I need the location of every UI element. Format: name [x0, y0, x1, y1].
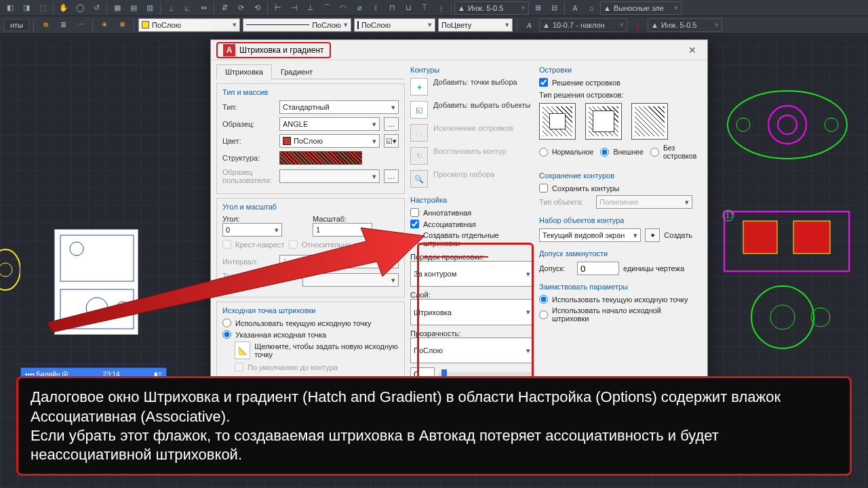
tool-icon[interactable]: ▤	[126, 1, 141, 15]
tool-icon[interactable]: ⟲	[250, 1, 264, 15]
bg-color-button[interactable]: ☑▾	[384, 134, 399, 148]
color-select[interactable]: ПоСлою▾	[279, 134, 380, 148]
island-ignore-radio[interactable]	[650, 148, 659, 157]
tool-icon[interactable]: ▥	[142, 1, 157, 15]
tool-icon[interactable]: ◧	[3, 1, 18, 15]
angle-select[interactable]: 0▾	[222, 223, 282, 237]
svg-point-4	[825, 118, 838, 131]
pan-icon[interactable]: ✋	[56, 1, 71, 15]
dimstyle-icon[interactable]: ⟊	[630, 18, 645, 32]
pattern-browse-button[interactable]: …	[384, 117, 399, 131]
origin-spec-radio[interactable]	[222, 330, 231, 339]
boundaries-title: Контуры	[410, 66, 534, 74]
add-select-objects-button[interactable]: ◱	[410, 101, 428, 119]
retain-boundaries-checkbox[interactable]	[539, 184, 548, 192]
tool-icon[interactable]: ⊞	[530, 1, 545, 15]
layer-icon[interactable]: ☀	[97, 18, 112, 32]
layer-icon[interactable]: ❄	[115, 18, 130, 32]
combo-value: Выносные эле	[614, 4, 664, 12]
dim-icon[interactable]: ⟊	[433, 1, 448, 15]
tool-icon[interactable]: ◯	[73, 1, 87, 15]
type-pattern-group: Тип и массив Тип: Стандартный▾ Образец: …	[216, 83, 405, 194]
pattern-select[interactable]: ANGLE▾	[279, 117, 380, 131]
island-style-group	[539, 103, 692, 140]
dim-icon[interactable]: ⊔	[401, 1, 416, 15]
boundary-set-select[interactable]: Текущий видовой экран▾	[539, 228, 641, 242]
dim-icon[interactable]: ◠	[336, 1, 351, 15]
dimstyle2-combo[interactable]: ▲ Инж. 5-0.5▾	[648, 18, 722, 32]
tool-icon[interactable]: ⟳	[233, 1, 248, 15]
dim-icon[interactable]: ⟟	[368, 1, 383, 15]
textstyle-combo[interactable]: ▲ 10-0.7 - наклон▾	[539, 18, 627, 32]
tool-icon[interactable]: ↺	[89, 1, 104, 15]
inherit-current-radio[interactable]	[539, 295, 548, 304]
gap-tolerance-input[interactable]	[577, 262, 619, 275]
textstyle-icon[interactable]: A	[521, 18, 536, 32]
tool-icon[interactable]: ⟀	[180, 1, 195, 15]
tool-icon[interactable]: ⌂	[584, 1, 599, 15]
svg-point-0	[728, 91, 847, 159]
svg-point-3	[736, 118, 750, 131]
swatch-preview[interactable]	[279, 151, 362, 165]
tool-icon[interactable]: ◨	[19, 1, 34, 15]
linetype-combo[interactable]: ПоСлою▾	[243, 18, 351, 32]
tool-icon[interactable]: ▦	[110, 1, 125, 15]
island-outer-preview[interactable]	[585, 103, 622, 140]
layer-icon[interactable]: ⋯	[73, 18, 88, 32]
island-normal-preview[interactable]	[539, 103, 576, 140]
inherit-source-radio[interactable]	[539, 310, 548, 319]
dim-icon[interactable]: ⊓	[384, 1, 399, 15]
combo-value: ПоСлою	[152, 21, 181, 29]
add-pick-points-button[interactable]: ＋	[410, 78, 428, 96]
separate-hatches-checkbox[interactable]	[410, 235, 419, 244]
layer-icon[interactable]: ≋	[38, 18, 53, 32]
tool-icon[interactable]: ⇔	[196, 1, 211, 15]
dim-icon[interactable]: ⌀	[352, 1, 367, 15]
combo-value: ПоЦвету	[441, 21, 471, 29]
ribbon-tab[interactable]: нты	[4, 19, 29, 31]
scale-select[interactable]: 1▾	[313, 223, 372, 237]
svg-point-16	[70, 242, 83, 256]
dim-icon[interactable]: ⊢	[271, 1, 285, 15]
drawing-thumbnail	[54, 229, 138, 335]
island-detection-checkbox[interactable]	[539, 78, 548, 87]
dialog-titlebar: A Штриховка и градиент ✕	[211, 40, 707, 60]
lineweight-combo[interactable]: ПоСлою▾	[354, 18, 435, 32]
dim-icon[interactable]: ⌒	[319, 1, 334, 15]
layer-select[interactable]: Штриховка▾	[410, 299, 534, 325]
ribbon-row-2: нты ≋ ≣ ⋯ ☀ ❄ ПоСлою▾ ПоСлою▾ ПоСлою▾ По…	[0, 16, 868, 34]
layer-icon[interactable]: ≣	[56, 18, 71, 32]
plotstyle-combo[interactable]: ПоЦвету▾	[438, 18, 513, 32]
dimstyle-combo[interactable]: ▲ Инж. 5-0.5▾	[454, 1, 529, 15]
dim-icon[interactable]: ⊣	[287, 1, 302, 15]
svg-rect-15	[60, 235, 134, 281]
tool-icon[interactable]: ⊟	[547, 1, 561, 15]
svg-rect-7	[793, 221, 830, 253]
origin-current-radio[interactable]	[222, 319, 231, 327]
dim-icon[interactable]: ⊥	[303, 1, 318, 15]
tab-hatch[interactable]: Штриховка	[216, 64, 272, 79]
island-normal-radio[interactable]	[539, 148, 548, 157]
draw-order-select[interactable]: За контуром▾	[410, 261, 534, 287]
island-ignore-preview[interactable]	[631, 103, 668, 140]
combo-value: Инж. 5-0.5	[468, 4, 504, 12]
mleader-combo[interactable]: ▲ Выносные эле▾	[600, 1, 682, 15]
associative-checkbox[interactable]	[410, 220, 419, 228]
dim-icon[interactable]: ⟙	[417, 1, 432, 15]
tool-icon[interactable]: ⟂	[163, 1, 178, 15]
island-outer-radio[interactable]	[600, 148, 609, 157]
tool-icon[interactable]: A	[568, 1, 583, 15]
tool-icon[interactable]: ⇵	[217, 1, 232, 15]
annotative-checkbox[interactable]	[410, 208, 419, 217]
tool-icon[interactable]: ⬚	[35, 1, 50, 15]
pick-origin-button[interactable]: 📐	[235, 342, 250, 359]
close-button[interactable]: ✕	[683, 43, 702, 58]
annotation-caption: Далоговое окно Штриховка и градиент (Hat…	[16, 376, 852, 476]
type-select[interactable]: Стандартный▾	[279, 100, 399, 114]
tab-gradient[interactable]: Градиент	[272, 64, 321, 79]
options-title: Настройка	[410, 196, 534, 204]
new-boundary-set-button[interactable]: ✦	[645, 228, 660, 242]
transparency-select[interactable]: ПоСлою▾	[410, 338, 534, 363]
color-combo[interactable]: ПоСлою▾	[138, 18, 240, 32]
dialog-title: Штриховка и градиент	[239, 45, 324, 55]
